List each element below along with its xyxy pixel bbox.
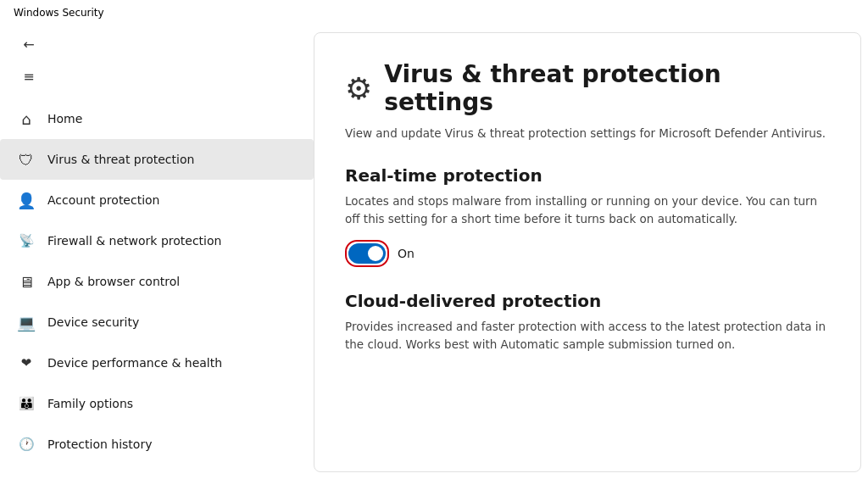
sidebar-item-account[interactable]: 👤 Account protection bbox=[0, 180, 314, 220]
account-icon: 👤 bbox=[17, 192, 36, 209]
menu-icon: ≡ bbox=[23, 69, 34, 85]
browser-icon: 🖥 bbox=[17, 273, 36, 291]
realtime-protection-desc: Locates and stops malware from installin… bbox=[345, 192, 830, 228]
cloud-protection-desc: Provides increased and faster protection… bbox=[345, 318, 830, 354]
sidebar: ← ≡ ⌂ Home 🛡 Virus & threat protection 👤… bbox=[0, 25, 314, 479]
sidebar-item-label-device-health: Device performance & health bbox=[47, 356, 222, 370]
cloud-protection-title: Cloud-delivered protection bbox=[345, 291, 830, 311]
family-icon: 👪 bbox=[17, 396, 36, 411]
page-header: ⚙️ Virus & threat protection settings bbox=[345, 60, 830, 116]
sidebar-item-browser[interactable]: 🖥 App & browser control bbox=[0, 261, 314, 302]
realtime-toggle-status: On bbox=[398, 247, 415, 260]
sidebar-item-label-virus: Virus & threat protection bbox=[47, 153, 194, 166]
content-area: ⚙️ Virus & threat protection settings Vi… bbox=[314, 32, 861, 472]
shield-icon: 🛡 bbox=[17, 151, 36, 169]
sidebar-item-label-device-security: Device security bbox=[47, 315, 139, 329]
sidebar-item-firewall[interactable]: 📡 Firewall & network protection bbox=[0, 220, 314, 261]
sidebar-item-label-account: Account protection bbox=[47, 193, 160, 207]
sidebar-item-family[interactable]: 👪 Family options bbox=[0, 383, 314, 424]
sidebar-top-controls: ← ≡ bbox=[0, 29, 314, 92]
app-container: ← ≡ ⌂ Home 🛡 Virus & threat protection 👤… bbox=[0, 25, 868, 479]
toggle-knob bbox=[368, 246, 383, 261]
sidebar-item-history[interactable]: 🕐 Protection history bbox=[0, 424, 314, 465]
menu-button[interactable]: ≡ bbox=[14, 61, 44, 92]
realtime-toggle-row: On bbox=[345, 240, 830, 267]
realtime-toggle[interactable] bbox=[348, 243, 386, 264]
home-icon: ⌂ bbox=[17, 110, 36, 128]
firewall-icon: 📡 bbox=[17, 233, 36, 248]
back-button[interactable]: ← bbox=[14, 29, 44, 59]
app-title: Windows Security bbox=[14, 7, 104, 19]
device-security-icon: 💻 bbox=[17, 314, 36, 331]
sidebar-item-virus[interactable]: 🛡 Virus & threat protection bbox=[0, 139, 314, 180]
sidebar-item-label-family: Family options bbox=[47, 397, 133, 410]
sidebar-item-label-browser: App & browser control bbox=[47, 275, 180, 288]
page-title: Virus & threat protection settings bbox=[384, 60, 830, 116]
history-icon: 🕐 bbox=[17, 437, 36, 452]
sidebar-item-label-home: Home bbox=[47, 112, 82, 125]
page-subtitle: View and update Virus & threat protectio… bbox=[345, 125, 830, 142]
sidebar-item-device-security[interactable]: 💻 Device security bbox=[0, 302, 314, 343]
page-header-icon: ⚙️ bbox=[345, 71, 372, 106]
sidebar-item-home[interactable]: ⌂ Home bbox=[0, 98, 314, 139]
realtime-protection-title: Real-time protection bbox=[345, 165, 830, 186]
sidebar-item-device-health[interactable]: ❤ Device performance & health bbox=[0, 343, 314, 383]
device-health-icon: ❤ bbox=[17, 355, 36, 370]
back-icon: ← bbox=[23, 36, 34, 53]
sidebar-item-label-history: Protection history bbox=[47, 437, 152, 451]
title-bar: Windows Security bbox=[0, 0, 868, 25]
realtime-toggle-wrapper[interactable] bbox=[345, 240, 389, 267]
sidebar-item-label-firewall: Firewall & network protection bbox=[47, 234, 221, 248]
